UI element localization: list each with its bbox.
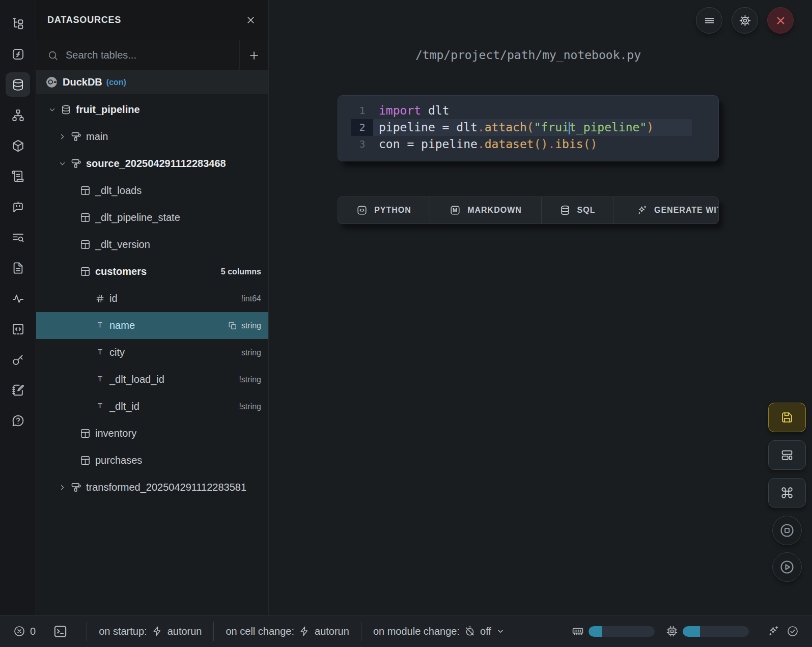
search-input[interactable] xyxy=(66,49,239,61)
activity-item-scratchpad[interactable] xyxy=(6,378,30,402)
activity-item-datasources[interactable] xyxy=(6,72,30,97)
add-cell-markdown-button[interactable]: MMARKDOWN xyxy=(430,197,542,223)
add-cell-generate-wit-button[interactable]: GENERATE WIT xyxy=(613,197,718,223)
tree-label: city xyxy=(109,347,125,358)
tree-row-transformed_202504291112283581[interactable]: transformed_202504291112283581 xyxy=(36,474,268,501)
activity-item-activity[interactable] xyxy=(6,286,30,311)
main-area: /tmp/project/path/my_notebook.py 1import… xyxy=(269,0,812,615)
chevron-right-icon xyxy=(59,484,66,491)
tree-row-_dlt_version[interactable]: _dlt_version xyxy=(36,231,268,258)
activity-item-trace-search[interactable] xyxy=(6,225,30,249)
on-cell-change-setting[interactable]: on cell change:autorun xyxy=(226,626,349,637)
circle-x-icon xyxy=(13,625,25,637)
ai-sparkles-button[interactable] xyxy=(767,625,779,637)
svg-text:M: M xyxy=(453,207,458,213)
code-square-icon xyxy=(356,205,368,216)
zap-icon xyxy=(299,626,310,637)
copy-icon[interactable] xyxy=(228,321,237,330)
activity-item-secrets[interactable] xyxy=(6,347,30,372)
add-cell-python-button[interactable]: PYTHON xyxy=(338,197,430,223)
code-cell[interactable]: 1import dlt2pipeline = dlt.attach("fruit… xyxy=(338,95,719,161)
activity-item-help[interactable] xyxy=(6,408,30,433)
activity-item-chat[interactable] xyxy=(6,194,30,219)
connection-status-button[interactable] xyxy=(787,625,799,637)
activity-item-logs[interactable] xyxy=(6,164,30,188)
run-button[interactable] xyxy=(772,552,802,582)
terminal-button[interactable] xyxy=(53,624,68,639)
tree-label: name xyxy=(109,320,135,331)
tree-right-label: 5 columns xyxy=(221,267,261,276)
tree-row-customers[interactable]: customers5 columns xyxy=(36,258,268,285)
line-number: 1 xyxy=(351,102,373,119)
panel-close-button[interactable] xyxy=(245,15,256,25)
activity-item-documentation[interactable] xyxy=(6,256,30,280)
tree-row-_dlt_load_id[interactable]: T_dlt_load_id!string xyxy=(36,366,268,393)
stop-button[interactable] xyxy=(772,516,802,545)
activity-item-dependencies[interactable] xyxy=(6,103,30,127)
add-cell-sql-button[interactable]: SQL xyxy=(542,197,613,223)
on-startup-setting[interactable]: on startup:autorun xyxy=(99,626,202,637)
notebook-pen-icon xyxy=(11,383,25,397)
tree-label: id xyxy=(109,293,118,304)
memory-usage-fill xyxy=(589,626,602,637)
add-datasource-button[interactable] xyxy=(239,40,268,70)
close-button[interactable] xyxy=(767,7,794,34)
svg-text:T: T xyxy=(98,348,102,356)
tree-row-name[interactable]: Tnamestring xyxy=(36,312,268,339)
settings-button[interactable] xyxy=(732,7,758,34)
schema-icon xyxy=(71,482,81,493)
tree-row-_dlt_id[interactable]: T_dlt_id!string xyxy=(36,393,268,420)
engine-row-duckdb[interactable]: DuckDB (con) xyxy=(36,71,268,94)
tree-right-label: string xyxy=(241,321,261,330)
on-module-change-setting[interactable]: on module change:off xyxy=(373,626,505,637)
sparkles-icon xyxy=(636,205,648,216)
setting-value: autorun xyxy=(167,626,202,637)
help-bubble-icon xyxy=(11,414,25,428)
activity-item-packages[interactable] xyxy=(6,133,30,158)
tree-row-_dlt_pipeline_state[interactable]: _dlt_pipeline_state xyxy=(36,204,268,231)
tree-row-main[interactable]: main xyxy=(36,123,268,150)
activity-item-function[interactable] xyxy=(6,42,30,66)
search-row xyxy=(36,40,268,71)
activity-item-file-tree[interactable] xyxy=(6,11,30,36)
status-bar: 0on startup:autorunon cell change:autoru… xyxy=(0,615,812,647)
tree-row-fruit_pipeline[interactable]: fruit_pipeline xyxy=(36,96,268,123)
save-button[interactable] xyxy=(768,403,806,432)
tree-row-purchases[interactable]: purchases xyxy=(36,447,268,474)
notebook-path: /tmp/project/path/my_notebook.py xyxy=(338,48,719,62)
chevron-down-icon xyxy=(59,160,66,167)
cpu-usage-fill xyxy=(683,626,700,637)
layout-button[interactable] xyxy=(768,440,806,470)
scroll-text-icon xyxy=(11,170,25,183)
panel-header: DATASOURCES xyxy=(36,0,268,40)
setting-label: on module change: xyxy=(373,626,460,637)
tree-right-label: !int64 xyxy=(241,294,261,303)
schema-icon xyxy=(71,158,81,169)
memory-meter xyxy=(572,625,655,637)
tree-row-_dlt_loads[interactable]: _dlt_loads xyxy=(36,177,268,204)
tree-row-city[interactable]: Tcitystring xyxy=(36,339,268,366)
cell-action-label: PYTHON xyxy=(374,206,411,215)
tree-row-inventory[interactable]: inventory xyxy=(36,420,268,447)
memory-usage-bar xyxy=(589,626,655,637)
tree-label: fruit_pipeline xyxy=(76,104,140,116)
error-count-indicator[interactable]: 0 xyxy=(13,625,36,637)
line-number: 3 xyxy=(351,136,373,153)
setting-value: autorun xyxy=(315,626,349,637)
tree-label: transformed_202504291112283581 xyxy=(86,482,246,493)
code-text: pipeline = dlt.attach("fruit_pipeline") xyxy=(373,119,692,136)
add-cell-actions: PYTHONMMARKDOWNSQLGENERATE WIT xyxy=(338,196,719,224)
setting-label: on cell change: xyxy=(226,626,294,637)
tree-row-id[interactable]: id!int64 xyxy=(36,285,268,312)
tree-label: _dlt_pipeline_state xyxy=(95,212,180,223)
activity-item-snippets[interactable] xyxy=(6,317,30,341)
markdown-icon: M xyxy=(450,205,461,216)
file-text-icon xyxy=(11,261,25,275)
command-palette-button[interactable] xyxy=(768,478,806,508)
tree-row-source_202504291112283468[interactable]: source_202504291112283468 xyxy=(36,150,268,177)
panel-title: DATASOURCES xyxy=(47,15,121,25)
cell-action-label: SQL xyxy=(577,206,596,215)
database-icon xyxy=(61,104,71,115)
menu-button[interactable] xyxy=(696,7,722,34)
schema-icon xyxy=(71,131,81,142)
